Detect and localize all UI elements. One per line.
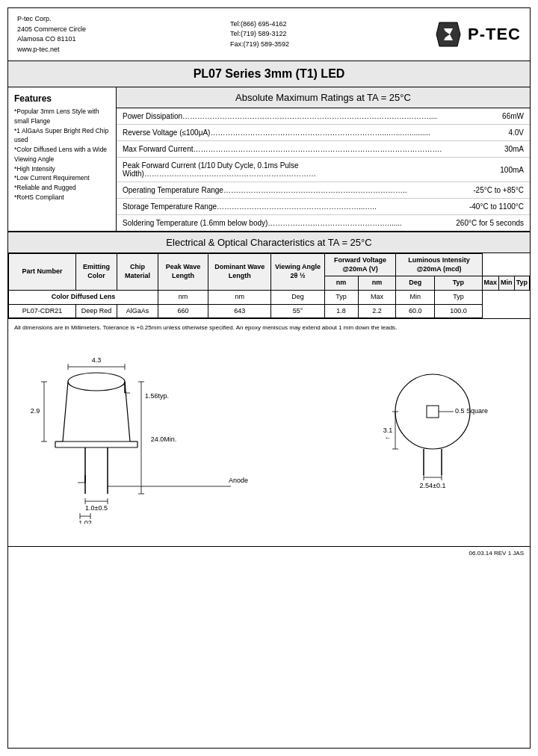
sub-deg: Deg — [396, 276, 435, 291]
rating-value-5: -25°C to +85°C — [450, 182, 530, 199]
typ-label-1: Typ — [324, 291, 358, 305]
dim-dome: 3.1 — [383, 427, 393, 434]
data-viewing-angle: 55° — [271, 304, 324, 318]
rating-label-3: Max Forward Current………………………………………………………… — [117, 141, 450, 158]
data-fv-typ: 1.8 — [324, 304, 358, 318]
data-part-number: PL07-CDR21 — [9, 304, 76, 318]
logo-text: P-TEC — [468, 25, 521, 44]
main-content-area: Features *Popular 3mm Lens Style with sm… — [8, 87, 530, 232]
company-name: P-tec Corp. — [17, 14, 86, 25]
rating-value-2: 4.0V — [450, 125, 530, 141]
deg-label: Deg — [271, 291, 324, 305]
col-part-number: Part Number — [9, 254, 76, 291]
ratings-panel: Absolute Maximum Ratings at TA = 25°C Po… — [117, 87, 530, 231]
rating-value-1: 66mW — [450, 108, 530, 125]
data-emitting-color: Deep Red — [76, 304, 117, 318]
document-container: P-tec Corp. 2405 Commerce Circle Alamosa… — [7, 7, 531, 749]
max-label: Max — [358, 291, 396, 305]
features-panel: Features *Popular 3mm Lens Style with sm… — [8, 87, 117, 231]
electrical-header: Electrical & Optical Characteristics at … — [8, 232, 530, 253]
footer: 06.03.14 REV 1 JAS — [8, 546, 530, 560]
nm2-label: nm — [208, 291, 271, 305]
feature-item-1: *Popular 3mm Lens Style with small Flang… — [14, 107, 110, 126]
tel2: Tel:(719) 589-3122 — [230, 29, 289, 40]
col-viewing-angle: Viewing Angle 2θ ½ — [271, 254, 324, 291]
rating-label-7: Soldering Temperature (1.6mm below body)… — [117, 215, 450, 232]
col-luminous-intensity: Luminous Intensity @20mA (mcd) — [396, 254, 482, 276]
rating-label-5: Operating Temperature Range…………………………………… — [117, 182, 450, 199]
rating-value-7: 260°C for 5 seconds — [450, 215, 530, 232]
dim-body-width: 2.9 — [31, 407, 40, 415]
rating-row-7: Soldering Temperature (1.6mm below body)… — [117, 215, 530, 232]
dim-top-width: 4.3 — [92, 356, 102, 364]
feature-item-7: *RoHS Compliant — [14, 193, 110, 202]
revision-text: 06.03.14 REV 1 JAS — [469, 550, 524, 557]
rating-row-1: Power Dissipation……………………………………………………………… — [117, 108, 530, 125]
data-li-typ: 100.0 — [435, 304, 482, 318]
sub-nm2: nm — [358, 276, 396, 291]
svg-rect-35 — [427, 406, 439, 418]
rating-value-4: 100mA — [450, 158, 530, 182]
rating-row-5: Operating Temperature Range…………………………………… — [117, 182, 530, 199]
feature-item-2: *1 AlGaAs Super Bright Red Chip used — [14, 126, 110, 146]
company-city: Alamosa CO 81101 — [17, 34, 86, 45]
ptec-logo-icon — [433, 19, 463, 49]
features-title: Features — [14, 93, 110, 104]
data-peak-wave: 660 — [158, 304, 208, 318]
char-section-header-row: Color Diffused Lens nm nm Deg Typ Max Mi… — [9, 291, 530, 305]
rating-value-3: 30mA — [450, 141, 530, 158]
dim-dome-arrow: ← — [385, 434, 392, 441]
rating-row-4: Peak Forward Current (1/10 Duty Cycle, 0… — [117, 158, 530, 182]
feature-item-4: *High Intensity — [14, 164, 110, 174]
col-peak-wave: Peak Wave Length — [158, 254, 208, 291]
dim-cathode1: 2.54±0.1 — [420, 482, 446, 489]
rating-row-6: Storage Temperature Range………………………………………… — [117, 199, 530, 215]
data-li-min: 60.0 — [396, 304, 435, 318]
rating-label-6: Storage Temperature Range………………………………………… — [117, 199, 450, 215]
typ-label-2: Typ — [435, 291, 482, 305]
led-diagram-svg: 4.3 24.0Min. 2.9 1.0±0.5 1.02 Anode — [14, 344, 522, 524]
char-header-row: Part Number Emitting Color Chip Material… — [9, 254, 530, 276]
sub-typ2: Typ — [514, 276, 529, 291]
dim-square: 0.5 Square — [455, 407, 488, 415]
rating-label-1: Power Dissipation……………………………………………………………… — [117, 108, 450, 125]
ratings-table: Power Dissipation……………………………………………………………… — [117, 108, 530, 231]
rating-value-6: -40°C to 1100°C — [450, 199, 530, 215]
document-title: PL07 Series 3mm (T1) LED — [8, 61, 530, 87]
data-dominant-wave: 643 — [208, 304, 271, 318]
sub-min: Min — [499, 276, 515, 291]
company-website: www.p-tec.net — [17, 45, 86, 55]
dim-lead-width: 1.02 — [78, 519, 92, 524]
dim-height: 24.0Min. — [151, 436, 177, 443]
svg-line-5 — [125, 382, 130, 441]
sub-max: Max — [482, 276, 499, 291]
svg-point-3 — [68, 373, 125, 391]
diagram-section: 4.3 24.0Min. 2.9 1.0±0.5 1.02 Anode — [8, 337, 530, 546]
logo: P-TEC — [433, 19, 521, 49]
col-chip-material: Chip Material — [117, 254, 158, 291]
col-emitting-color: Emitting Color — [76, 254, 117, 291]
tel1: Tel:(866) 695-4162 — [230, 19, 289, 30]
nm1-label: nm — [158, 291, 208, 305]
svg-line-4 — [63, 382, 68, 441]
flat-dim: 1.56typ. — [145, 392, 169, 400]
characteristics-table: Part Number Emitting Color Chip Material… — [8, 253, 530, 318]
logo-area: P-TEC — [433, 19, 521, 49]
dim-lead-spacing: 1.0±0.5 — [85, 504, 108, 512]
min-label: Min — [396, 291, 435, 305]
rating-label-2: Reverse Voltage (≤100μA)…………………………………………… — [117, 125, 450, 141]
data-fv-max: 2.2 — [358, 304, 396, 318]
feature-item-6: *Reliable and Rugged — [14, 183, 110, 193]
anode-label: Anode — [229, 477, 248, 484]
col-forward-voltage: Forward Voltage @20mA (V) — [324, 254, 396, 276]
rating-row-2: Reverse Voltage (≤100μA)…………………………………………… — [117, 125, 530, 141]
company-address1: 2405 Commerce Circle — [17, 25, 86, 35]
ratings-header: Absolute Maximum Ratings at TA = 25°C — [117, 87, 530, 108]
color-diffused-header: Color Diffused Lens — [9, 291, 158, 305]
company-info: P-tec Corp. 2405 Commerce Circle Alamosa… — [17, 14, 86, 55]
char-data-row-1: PL07-CDR21 Deep Red AlGaAs 660 643 55° 1… — [9, 304, 530, 318]
header: P-tec Corp. 2405 Commerce Circle Alamosa… — [8, 8, 530, 61]
note-text: All dimensions are in Millimeters. Toler… — [8, 318, 530, 336]
rating-label-4: Peak Forward Current (1/10 Duty Cycle, 0… — [117, 158, 450, 182]
features-list: *Popular 3mm Lens Style with small Flang… — [14, 107, 110, 202]
